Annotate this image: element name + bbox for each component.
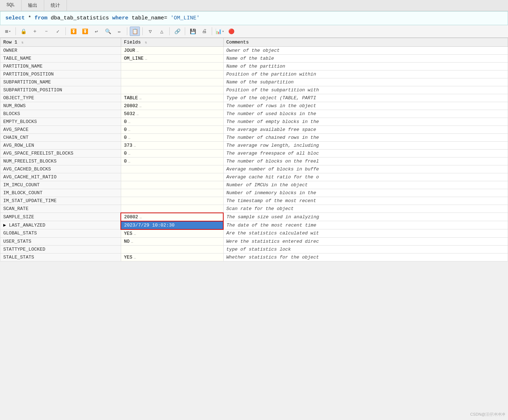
table-row[interactable]: AVG_CACHE_HIT_RATIOAverage cache hit rat… xyxy=(0,173,508,181)
edit-button[interactable]: ✏ xyxy=(114,27,124,36)
row-field-value[interactable]: OM_LINE… xyxy=(121,55,223,63)
table-row[interactable]: IM_BLOCK_COUNTNumber of inmemory blocks … xyxy=(0,189,508,197)
save-button[interactable]: 💾 xyxy=(188,27,198,36)
col-row[interactable]: Row 1 ⇅ xyxy=(0,38,121,47)
stop-button[interactable]: 🔴 xyxy=(226,27,236,36)
link-button[interactable]: 🔗 xyxy=(172,27,182,36)
ellipsis-button[interactable]: … xyxy=(134,256,136,260)
table-row[interactable]: USER_STATSNO…Were the statistics entered… xyxy=(0,237,508,245)
grid-button[interactable]: ⊞ ▾ xyxy=(3,27,13,36)
ellipsis-button[interactable]: … xyxy=(128,120,130,124)
table-row[interactable]: SAMPLE_SIZE20802…The sample size used in… xyxy=(0,213,508,221)
table-row[interactable]: AVG_SPACE_FREELIST_BLOCKS0…The average f… xyxy=(0,150,508,158)
row-comment: Name of the subpartition xyxy=(223,78,508,86)
row-field-value[interactable]: 0… xyxy=(121,158,223,165)
table-row[interactable]: SUBPARTITION_NAMEName of the subpartitio… xyxy=(0,78,508,86)
row-field-value[interactable] xyxy=(121,181,223,189)
tab-stats[interactable]: 统计 xyxy=(44,0,67,11)
row-comment: Number of inmemory blocks in the xyxy=(223,189,508,197)
table-row[interactable]: PARTITION_POSITIONPosition of the partit… xyxy=(0,70,508,78)
table-row[interactable]: AVG_ROW_LEN373…The average row length, i… xyxy=(0,142,508,150)
filter-all-button[interactable]: ⏬ xyxy=(80,27,90,36)
table-row[interactable]: IM_STAT_UPDATE_TIMEThe timestamp of the … xyxy=(0,197,508,205)
chart-button[interactable]: 📊 ▾ xyxy=(215,27,225,36)
row-field-value[interactable]: YES… xyxy=(121,229,223,238)
ellipsis-button[interactable]: … xyxy=(176,224,178,228)
table-row[interactable]: OBJECT_TYPETABLE…Type of the object (TAB… xyxy=(0,94,508,102)
row-field-value[interactable]: YES… xyxy=(121,253,223,261)
search-button[interactable]: 🔍 xyxy=(103,27,113,36)
row-field-value[interactable] xyxy=(121,245,223,253)
table-row[interactable]: GLOBAL_STATSYES…Are the statistics calcu… xyxy=(0,229,508,238)
row-field-value[interactable] xyxy=(121,197,223,205)
row-field-value[interactable] xyxy=(121,70,223,78)
tab-sql[interactable]: SQL xyxy=(0,0,22,11)
row-field-value[interactable]: 2023/7/29 10:02:30… xyxy=(121,221,223,229)
row-field-value[interactable] xyxy=(121,189,223,197)
row-field-value[interactable] xyxy=(121,78,223,86)
table-row[interactable]: PARTITION_NAMEName of the partition xyxy=(0,63,508,70)
copy-button[interactable]: 📋 xyxy=(130,27,140,36)
table-row[interactable]: STATTYPE_LOCKEDtype of statistics lock xyxy=(0,245,508,253)
lock-button[interactable]: 🔒 xyxy=(18,27,28,36)
ellipsis-button[interactable]: … xyxy=(139,104,142,108)
filter-desc-button[interactable]: △ xyxy=(157,27,167,36)
table-row[interactable]: OWNERJOUR…Owner of the object xyxy=(0,47,508,55)
table-row[interactable]: NUM_ROWS20802…The number of rows in the … xyxy=(0,102,508,110)
table-row[interactable]: STALE_STATSYES…Whether statistics for th… xyxy=(0,253,508,261)
col-fields[interactable]: Fields ⇅ xyxy=(121,38,223,47)
row-comment: Name of the partition xyxy=(223,63,508,70)
row-field-name: SAMPLE_SIZE xyxy=(0,213,121,221)
ellipsis-button[interactable]: … xyxy=(128,136,130,140)
ellipsis-button[interactable]: … xyxy=(134,144,136,148)
ellipsis-button[interactable]: … xyxy=(137,49,139,53)
row-field-value[interactable]: 20802… xyxy=(121,213,223,221)
ellipsis-button[interactable]: … xyxy=(131,240,133,244)
table-row[interactable]: BLOCKS5032…The number of used blocks in … xyxy=(0,110,508,118)
row-field-value[interactable]: JOUR… xyxy=(121,47,223,55)
ellipsis-button[interactable]: … xyxy=(137,112,139,116)
ellipsis-button[interactable]: … xyxy=(128,152,130,156)
row-field-value[interactable]: TABLE… xyxy=(121,94,223,102)
row-field-value[interactable] xyxy=(121,205,223,213)
row-field-value[interactable]: 0… xyxy=(121,150,223,158)
table-row[interactable]: IM_IMCU_COUNTNumber of IMCUs in the obje… xyxy=(0,181,508,189)
add-button[interactable]: ＋ xyxy=(30,27,40,36)
row-field-name: IM_IMCU_COUNT xyxy=(0,181,121,189)
row-field-value[interactable]: 5032… xyxy=(121,110,223,118)
table-row[interactable]: CHAIN_CNT0…The number of chained rows in… xyxy=(0,134,508,142)
col-comments[interactable]: Comments xyxy=(223,38,508,47)
ellipsis-button[interactable]: … xyxy=(128,128,130,132)
check-button[interactable]: ✓ xyxy=(53,27,63,36)
filter-down-button[interactable]: ⏬ xyxy=(68,27,78,36)
table-row[interactable]: NUM_FREELIST_BLOCKS0…The number of block… xyxy=(0,158,508,165)
row-field-value[interactable]: 20802… xyxy=(121,102,223,110)
refresh-button[interactable]: ↩ xyxy=(91,27,101,36)
row-field-value[interactable] xyxy=(121,86,223,94)
row-field-value[interactable] xyxy=(121,173,223,181)
print-button[interactable]: 🖨 xyxy=(199,27,209,36)
row-field-value[interactable]: 0… xyxy=(121,118,223,126)
ellipsis-button[interactable]: … xyxy=(134,232,136,236)
row-field-value[interactable]: 0… xyxy=(121,126,223,134)
remove-button[interactable]: － xyxy=(41,27,51,36)
tab-output[interactable]: 输出 xyxy=(22,0,44,11)
data-table: Row 1 ⇅ Fields ⇅ Comments OWNERJOUR…Owne… xyxy=(0,38,508,261)
ellipsis-button[interactable]: … xyxy=(128,160,130,164)
filter-asc-button[interactable]: ▽ xyxy=(145,27,155,36)
row-field-value[interactable]: 0… xyxy=(121,134,223,142)
table-row[interactable]: TABLE_NAMEOM_LINE…Name of the table xyxy=(0,55,508,63)
row-field-value[interactable] xyxy=(121,165,223,173)
ellipsis-button[interactable]: … xyxy=(139,96,142,100)
row-field-value[interactable] xyxy=(121,63,223,70)
row-field-value[interactable]: 373… xyxy=(121,142,223,150)
table-row[interactable]: SCAN_RATEScan rate for the object xyxy=(0,205,508,213)
ellipsis-button[interactable]: … xyxy=(145,57,147,61)
table-row[interactable]: SUBPARTITION_POSITIONPosition of the sub… xyxy=(0,86,508,94)
table-row[interactable]: AVG_CACHED_BLOCKSAverage number of block… xyxy=(0,165,508,173)
ellipsis-button[interactable]: … xyxy=(139,215,142,219)
row-field-value[interactable]: NO… xyxy=(121,237,223,245)
table-row[interactable]: AVG_SPACE0…The average available free sp… xyxy=(0,126,508,134)
table-row[interactable]: EMPTY_BLOCKS0…The number of empty blocks… xyxy=(0,118,508,126)
table-row[interactable]: LAST_ANALYZED2023/7/29 10:02:30…The date… xyxy=(0,221,508,229)
